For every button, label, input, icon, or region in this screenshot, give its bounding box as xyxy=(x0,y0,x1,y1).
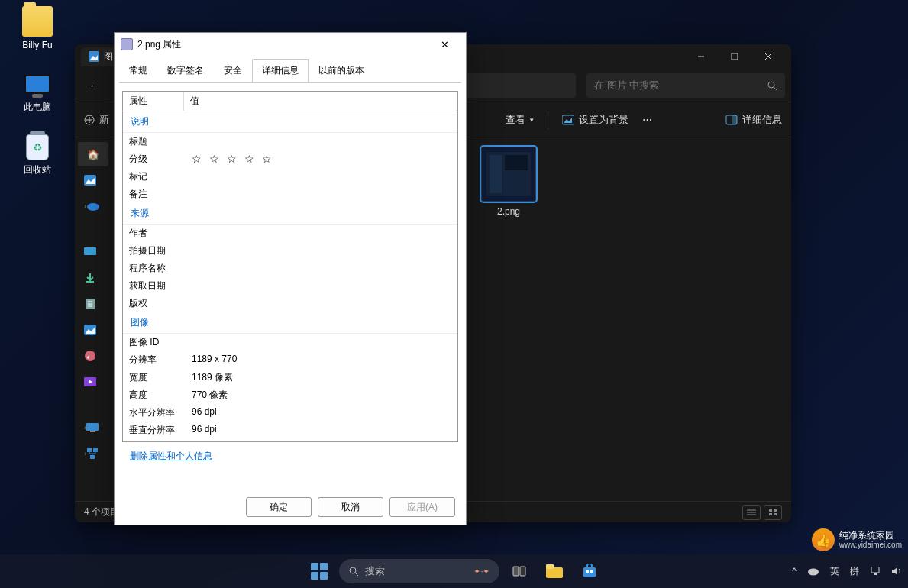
tray-ime-lang[interactable]: 英 xyxy=(830,565,839,578)
taskbar-search[interactable]: 搜索 ✦·✦ xyxy=(339,559,499,583)
sidebar-desktop[interactable] xyxy=(75,240,111,264)
property-name: 获取日期 xyxy=(129,279,192,292)
column-value[interactable]: 值 xyxy=(184,92,457,111)
explorer-search[interactable] xyxy=(586,73,785,98)
property-row[interactable]: 版权 xyxy=(123,295,457,312)
property-value: 1189 像素 xyxy=(192,371,451,384)
tab-previous-versions[interactable]: 以前的版本 xyxy=(309,59,374,82)
ok-button[interactable]: 确定 xyxy=(246,497,312,517)
desktop-recycle-bin[interactable]: 回收站 xyxy=(11,134,64,176)
cancel-button[interactable]: 取消 xyxy=(318,497,383,517)
property-name: 拍摄日期 xyxy=(129,244,192,257)
remove-properties-link[interactable]: 删除属性和个人信息 xyxy=(130,451,212,461)
cloud-icon xyxy=(86,199,100,213)
tray-ime-mode[interactable]: 拼 xyxy=(850,565,859,578)
property-row[interactable]: 标题 xyxy=(123,133,457,150)
file-thumbnail xyxy=(481,147,536,202)
svg-rect-31 xyxy=(93,448,98,452)
svg-rect-32 xyxy=(90,455,95,459)
svg-rect-14 xyxy=(732,115,737,124)
maximize-button[interactable] xyxy=(718,44,751,69)
view-grid-button[interactable] xyxy=(764,505,782,520)
property-row[interactable]: 图像 ID xyxy=(123,334,457,351)
section-说明: 说明 xyxy=(123,111,457,133)
section-来源: 来源 xyxy=(123,203,457,225)
property-row[interactable]: 垂直分辨率96 dpi xyxy=(123,422,457,439)
property-row[interactable]: 获取日期 xyxy=(123,277,457,295)
property-row[interactable]: 分级☆ ☆ ☆ ☆ ☆ xyxy=(123,150,457,168)
tab-digital-signatures[interactable]: 数字签名 xyxy=(157,59,214,82)
property-value xyxy=(192,188,451,201)
sidebar-music[interactable] xyxy=(75,344,111,368)
sidebar-gallery[interactable] xyxy=(75,168,111,192)
properties-table-header: 属性 值 xyxy=(123,92,457,111)
property-name: 高度 xyxy=(129,389,192,402)
sidebar-network[interactable]: › xyxy=(75,441,111,466)
details-icon xyxy=(725,115,738,125)
apply-button[interactable]: 应用(A) xyxy=(389,497,455,517)
property-row[interactable]: 分辨率1189 x 770 xyxy=(123,351,457,369)
property-row[interactable]: 标记 xyxy=(123,168,457,186)
svg-rect-44 xyxy=(546,567,563,578)
sidebar-documents[interactable] xyxy=(75,292,111,316)
tab-general[interactable]: 常规 xyxy=(119,59,157,82)
back-button[interactable]: ← xyxy=(81,73,107,98)
ribbon-details[interactable]: 详细信息 xyxy=(725,113,782,127)
property-value xyxy=(192,227,451,240)
plus-icon xyxy=(84,115,95,125)
recycle-bin-icon xyxy=(26,134,49,160)
ribbon-new[interactable]: 新 xyxy=(84,113,109,127)
property-name: 程序名称 xyxy=(129,262,192,275)
close-button[interactable]: ✕ xyxy=(429,39,460,50)
tab-security[interactable]: 安全 xyxy=(214,59,252,82)
sidebar-videos[interactable] xyxy=(75,370,111,394)
column-property[interactable]: 属性 xyxy=(123,92,184,111)
tray-cloud-icon[interactable] xyxy=(807,567,819,576)
property-row[interactable]: 备注 xyxy=(123,186,457,203)
sidebar-onedrive[interactable]: › xyxy=(75,194,111,218)
network-icon xyxy=(86,447,99,460)
search-placeholder: 搜索 xyxy=(365,564,385,578)
property-row[interactable]: 位深度24 xyxy=(123,439,457,440)
task-view-button[interactable] xyxy=(504,556,535,586)
folder-icon xyxy=(22,6,53,37)
search-input[interactable] xyxy=(594,79,767,91)
desktop-folder-billy-fu[interactable]: Billy Fu xyxy=(11,6,64,50)
property-row[interactable]: 拍摄日期 xyxy=(123,242,457,260)
properties-dialog: 2.png 属性 ✕ 常规 数字签名 安全 详细信息 以前的版本 属性 值 说明… xyxy=(114,32,467,525)
svg-rect-37 xyxy=(774,509,777,512)
sidebar-home[interactable]: 🏠 xyxy=(78,142,108,166)
tray-chevron-icon[interactable]: ^ xyxy=(792,566,797,577)
svg-point-40 xyxy=(350,567,356,573)
properties-titlebar: 2.png 属性 ✕ xyxy=(115,33,466,56)
tray-network-icon[interactable] xyxy=(870,567,881,576)
property-name: 宽度 xyxy=(129,371,192,384)
tray-volume-icon[interactable] xyxy=(891,567,902,576)
svg-rect-29 xyxy=(90,431,95,432)
store-icon xyxy=(582,564,597,579)
minimize-button[interactable] xyxy=(684,44,718,69)
property-row[interactable]: 水平分辨率96 dpi xyxy=(123,404,457,422)
taskbar-store[interactable] xyxy=(574,556,605,586)
taskbar-explorer[interactable] xyxy=(539,556,570,586)
sidebar-pictures[interactable] xyxy=(75,318,111,342)
property-row[interactable]: 作者 xyxy=(123,225,457,242)
sidebar-thispc[interactable]: › xyxy=(75,415,111,440)
tab-details[interactable]: 详细信息 xyxy=(252,59,309,82)
ribbon-more[interactable]: ⋯ xyxy=(642,114,652,125)
desktop-this-pc[interactable]: 此电脑 xyxy=(11,69,64,114)
properties-table-body[interactable]: 说明标题分级☆ ☆ ☆ ☆ ☆标记备注来源作者拍摄日期程序名称获取日期版权图像图… xyxy=(123,111,457,440)
property-row[interactable]: 程序名称 xyxy=(123,260,457,277)
view-details-button[interactable] xyxy=(742,505,761,520)
svg-rect-18 xyxy=(84,247,96,255)
property-value xyxy=(192,297,451,310)
file-item-2png[interactable]: 2.png xyxy=(477,147,541,492)
start-button[interactable] xyxy=(304,556,334,586)
close-button[interactable] xyxy=(751,44,785,69)
sidebar-downloads[interactable] xyxy=(75,266,111,290)
explorer-tab-title: 图 xyxy=(104,50,113,63)
ribbon-set-background[interactable]: 设置为背景 xyxy=(562,113,628,127)
property-row[interactable]: 高度770 像素 xyxy=(123,386,457,404)
property-row[interactable]: 宽度1189 像素 xyxy=(123,369,457,386)
ribbon-view[interactable]: 查看 ▾ xyxy=(506,113,534,127)
